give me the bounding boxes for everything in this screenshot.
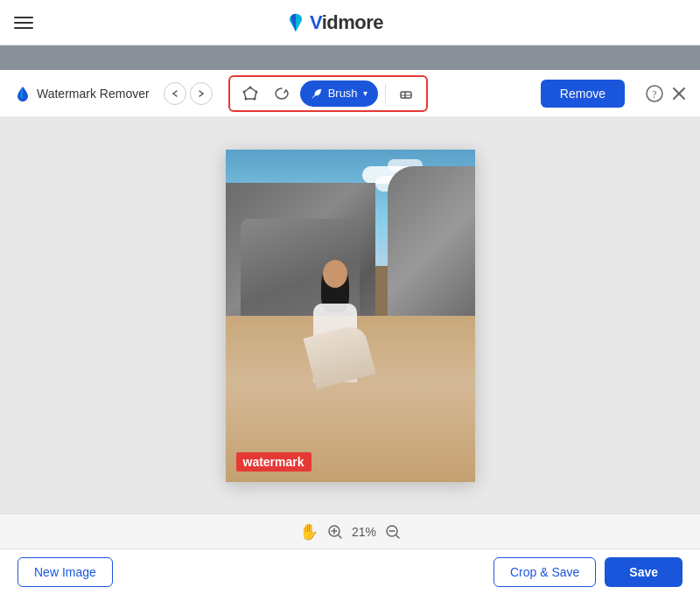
logo-text: Vidmore: [310, 11, 383, 34]
watermark-overlay: watermark: [236, 452, 312, 472]
tool-divider: [385, 84, 386, 103]
title-bar: Vidmore: [0, 0, 700, 45]
close-button[interactable]: [672, 87, 686, 101]
lasso-tool-button[interactable]: [269, 80, 295, 107]
svg-point-2: [255, 90, 257, 93]
zoom-in-button[interactable]: [327, 524, 343, 540]
logo: Vidmore: [284, 10, 383, 35]
svg-point-1: [248, 86, 251, 88]
svg-marker-0: [244, 87, 256, 99]
bottom-bar: New Image Crop & Save Save: [0, 549, 700, 594]
bottom-right-buttons: Crop & Save Save: [494, 557, 682, 587]
person: [300, 260, 370, 382]
help-button[interactable]: ?: [646, 85, 663, 102]
nav-forward-button[interactable]: [190, 82, 213, 105]
brush-tool-button[interactable]: Brush ▾: [300, 80, 378, 107]
save-button[interactable]: Save: [605, 557, 682, 587]
zoom-out-button[interactable]: [385, 524, 401, 540]
gray-bar: [0, 45, 700, 70]
svg-line-18: [396, 535, 399, 538]
logo-icon: [284, 10, 308, 35]
person-head: [323, 260, 347, 288]
watermark-remover-icon: [14, 85, 32, 102]
beach-image[interactable]: watermark: [226, 150, 475, 482]
svg-text:?: ?: [652, 88, 656, 101]
rock-right: [388, 166, 475, 332]
eraser-tool-button[interactable]: [393, 80, 419, 107]
nav-back-button[interactable]: [164, 82, 186, 105]
remove-button[interactable]: Remove: [541, 80, 625, 108]
svg-point-3: [253, 97, 256, 100]
svg-point-5: [242, 90, 245, 93]
svg-point-4: [244, 97, 247, 100]
toolbar-right-icons: ?: [646, 85, 686, 102]
image-canvas: watermark: [226, 150, 475, 482]
status-bar: ✋ 21%: [0, 514, 700, 549]
tool-selection-box: Brush ▾: [228, 75, 428, 112]
nav-buttons: [164, 82, 213, 105]
main-content: watermark: [0, 117, 700, 514]
zoom-control: ✋ 21%: [299, 522, 401, 542]
svg-line-14: [339, 535, 341, 538]
menu-button[interactable]: [14, 17, 33, 29]
crop-save-button[interactable]: Crop & Save: [494, 557, 596, 587]
pan-icon: ✋: [299, 522, 318, 542]
polygon-tool-button[interactable]: [237, 80, 263, 107]
new-image-button[interactable]: New Image: [18, 557, 113, 587]
app-label: Watermark Remover: [14, 85, 150, 102]
zoom-percent: 21%: [352, 525, 376, 539]
toolbar-row: Watermark Remover: [0, 70, 700, 117]
